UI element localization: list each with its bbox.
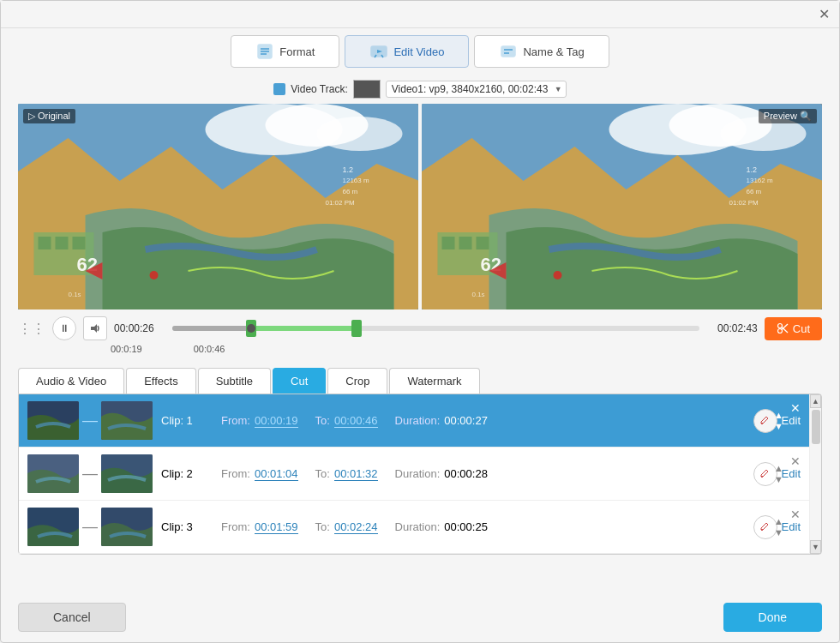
pause-button[interactable]: ⏸: [52, 316, 76, 340]
tab-name-tag[interactable]: Name & Tag: [474, 35, 609, 68]
scissors-icon: [777, 322, 789, 334]
clip2-thumb-img-1: [27, 454, 79, 493]
original-video-frame: 1.2 12163 m 66 m 01:02 PM 62 0.1s: [18, 104, 418, 309]
clip2-from-time[interactable]: 00:01:04: [255, 467, 298, 481]
clip3-edit-button[interactable]: Edit: [782, 520, 801, 533]
clip2-from-label: From:: [221, 467, 250, 480]
clip1-edit-button[interactable]: Edit: [782, 414, 801, 427]
clip1-close-button[interactable]: ✕: [790, 401, 801, 415]
svg-line-46: [782, 328, 788, 334]
svg-text:0.1s: 0.1s: [472, 291, 485, 298]
pencil-icon-3: [759, 521, 771, 533]
clip1-to-time[interactable]: 00:00:46: [334, 414, 378, 428]
clip3-thumb-2: [101, 508, 153, 546]
clip1-to-field: To: 00:00:46: [315, 414, 378, 428]
clip2-name: Clip: 2: [161, 467, 204, 480]
svg-rect-16: [39, 237, 51, 249]
speaker-icon: [89, 322, 101, 334]
tab-edit-video[interactable]: Edit Video: [345, 35, 469, 68]
clip2-duration-field: Duration: 00:00:28: [395, 467, 488, 480]
crop-tab-label: Crop: [345, 375, 369, 388]
effects-tab-label: Effects: [144, 375, 178, 388]
timeline-slider[interactable]: [172, 316, 699, 340]
svg-point-25: [150, 271, 159, 279]
timeline-progress: [172, 326, 251, 331]
scroll-thumb[interactable]: [812, 410, 820, 444]
timeline-area: ⋮⋮ ⏸ 00:00:26: [18, 309, 822, 361]
sub-timeline-times: 00:0:19 00:0:46: [18, 344, 822, 354]
clip1-name: Clip: 1: [161, 414, 204, 427]
clip3-from-label: From:: [221, 520, 250, 533]
timeline-grid-icon[interactable]: ⋮⋮: [18, 321, 45, 337]
total-time: 00:02:43: [706, 322, 758, 334]
clip3-thumb-1: [27, 508, 79, 546]
tab-watermark[interactable]: Watermark: [389, 368, 479, 394]
clip3-up-button[interactable]: ▲: [774, 517, 783, 526]
clip3-separator: —: [82, 518, 98, 536]
svg-line-47: [782, 324, 788, 330]
tab-cut[interactable]: Cut: [273, 368, 326, 394]
clip2-up-button[interactable]: ▲: [774, 464, 783, 473]
clip2-down-button[interactable]: ▼: [774, 475, 783, 484]
svg-rect-8: [501, 46, 515, 57]
clip3-arrows: ▲ ▼: [774, 501, 783, 553]
content-area: Video Track: Video1: vp9, 3840x2160, 00:…: [1, 75, 839, 592]
cancel-button[interactable]: Cancel: [18, 603, 126, 632]
title-bar: ✕: [1, 1, 839, 28]
clip2-thumbnails: —: [27, 454, 153, 493]
clip1-up-button[interactable]: ▲: [774, 411, 783, 420]
clip2-info: Clip: 2 From: 00:01:04 To: 00:01:32 Dura…: [161, 467, 745, 481]
watermark-tab-label: Watermark: [407, 375, 461, 388]
clip1-thumb-2: [101, 401, 153, 440]
svg-text:0.1s: 0.1s: [69, 291, 81, 298]
clip1-down-button[interactable]: ▼: [774, 422, 783, 431]
clip1-to-label: To:: [315, 414, 330, 427]
timeline-handle-right[interactable]: [351, 320, 362, 337]
tab-crop[interactable]: Crop: [327, 368, 387, 394]
clip1-from-time[interactable]: 00:00:19: [255, 414, 298, 428]
clip3-down-button[interactable]: ▼: [774, 528, 783, 538]
video-track-bar: Video Track: Video1: vp9, 3840x2160, 00:…: [18, 75, 822, 104]
svg-text:01:02 PM: 01:02 PM: [729, 199, 759, 207]
scrollbar: ▲ ▼: [809, 394, 821, 554]
tab-audio-video[interactable]: Audio & Video: [18, 368, 124, 394]
video-track-thumbnail: [353, 80, 381, 99]
start-time-label: 00:0:19: [111, 344, 142, 354]
clip3-from-field: From: 00:01:59: [221, 520, 298, 534]
clip3-from-time[interactable]: 00:01:59: [255, 520, 298, 534]
top-navigation: Format Edit Video Name & Tag: [1, 28, 839, 75]
svg-text:13162 m: 13162 m: [747, 177, 773, 184]
clip2-edit-button[interactable]: Edit: [782, 467, 801, 480]
clip1-thumb-1: [27, 401, 79, 440]
cut-button[interactable]: Cut: [765, 317, 822, 340]
svg-text:1.2: 1.2: [343, 165, 354, 174]
scroll-up-button[interactable]: ▲: [810, 394, 821, 408]
svg-rect-33: [459, 237, 472, 249]
clip3-to-field: To: 00:02:24: [315, 520, 378, 534]
format-tab-label: Format: [279, 45, 315, 58]
scroll-down-button[interactable]: ▼: [810, 540, 821, 554]
tab-format[interactable]: Format: [231, 35, 339, 68]
svg-text:66 m: 66 m: [747, 188, 762, 195]
table-row: — Clip: 3 From: 00: [19, 501, 809, 554]
original-video-panel: 1.2 12163 m 66 m 01:02 PM 62 0.1s: [18, 104, 418, 309]
video-track-label: Video Track: Video1: vp9, 3840x2160, 00:…: [273, 80, 566, 99]
clip2-to-time[interactable]: 00:01:32: [334, 467, 378, 481]
clip1-duration-label: Duration:: [395, 414, 441, 427]
done-button[interactable]: Done: [723, 603, 822, 632]
clip2-close-button[interactable]: ✕: [790, 454, 801, 468]
video-track-select[interactable]: Video1: vp9, 3840x2160, 00:02:43: [386, 81, 567, 98]
clip1-arrows: ▲ ▼: [774, 394, 783, 447]
close-button[interactable]: ✕: [817, 8, 831, 21]
edit-tabs: Audio & Video Effects Subtitle Cut Crop …: [18, 361, 822, 394]
cut-button-label: Cut: [793, 322, 810, 335]
tab-subtitle[interactable]: Subtitle: [198, 368, 271, 394]
tab-effects[interactable]: Effects: [126, 368, 196, 394]
clip2-from-field: From: 00:01:04: [221, 467, 298, 481]
clip3-thumb-img-2: [101, 508, 153, 546]
timeline-controls: ⋮⋮ ⏸ 00:00:26: [18, 316, 822, 340]
volume-button[interactable]: [83, 316, 107, 340]
clip3-to-time[interactable]: 00:02:24: [334, 520, 378, 534]
scroll-track: [810, 408, 821, 540]
clip3-close-button[interactable]: ✕: [790, 508, 801, 521]
